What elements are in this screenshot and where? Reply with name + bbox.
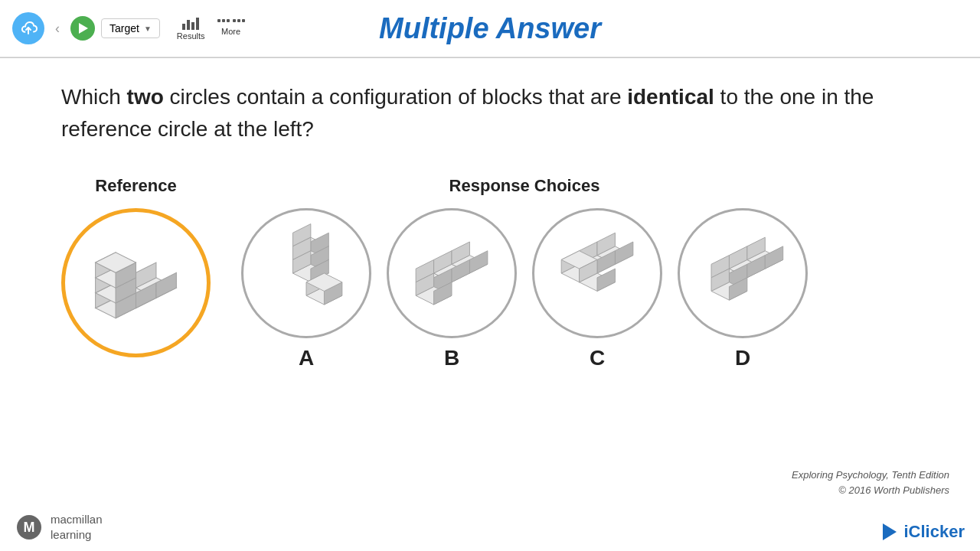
results-more-group: Results More bbox=[172, 15, 250, 42]
iclicker-play-icon bbox=[880, 522, 900, 542]
iclicker-label: iClicker bbox=[904, 522, 965, 542]
results-icon bbox=[182, 16, 199, 30]
toolbar-left: ‹ Target ▼ Results bbox=[12, 12, 250, 44]
reference-label: Reference bbox=[95, 176, 176, 196]
target-label: Target bbox=[109, 22, 139, 34]
question-prefix: Which bbox=[61, 85, 127, 109]
circle-d[interactable] bbox=[678, 208, 808, 338]
question-middle: circles contain a configuration of block… bbox=[164, 85, 627, 109]
blocks-a bbox=[243, 210, 369, 336]
footer: M macmillan learning iClicker bbox=[0, 501, 980, 551]
svg-marker-62 bbox=[765, 246, 782, 269]
macmillan-brand-line2: learning bbox=[51, 527, 103, 543]
citation-line1: Exploring Psychology, Tenth Edition bbox=[792, 468, 949, 483]
more-icon bbox=[217, 16, 245, 25]
question-bold1: two bbox=[127, 85, 164, 109]
choice-b-letter: B bbox=[444, 346, 459, 370]
results-label: Results bbox=[177, 31, 205, 41]
chevron-down-icon: ▼ bbox=[144, 24, 152, 33]
macmillan-icon: M bbox=[15, 514, 43, 541]
circle-b[interactable] bbox=[387, 208, 517, 338]
blocks-c bbox=[534, 210, 660, 336]
iclicker-logo: iClicker bbox=[880, 522, 965, 542]
choice-d[interactable]: D bbox=[678, 208, 808, 370]
svg-text:M: M bbox=[24, 520, 35, 535]
macmillan-text: macmillan learning bbox=[51, 512, 103, 542]
sync-icon[interactable] bbox=[12, 12, 44, 44]
choice-c[interactable]: C bbox=[532, 208, 662, 370]
choice-a-letter: A bbox=[299, 346, 314, 370]
results-button[interactable]: Results bbox=[172, 15, 210, 42]
more-label: More bbox=[221, 27, 240, 36]
reference-circle bbox=[61, 208, 211, 357]
more-button[interactable]: More bbox=[213, 15, 250, 42]
play-button[interactable] bbox=[70, 16, 95, 41]
reference-blocks bbox=[65, 212, 207, 354]
topbar: ‹ Target ▼ Results bbox=[0, 0, 980, 57]
circle-c[interactable] bbox=[532, 208, 662, 338]
blocks-d bbox=[680, 210, 805, 336]
choice-a[interactable]: A bbox=[241, 208, 371, 370]
question-text: Which two circles contain a configuratio… bbox=[61, 81, 919, 145]
circles-container: Reference bbox=[61, 176, 919, 370]
citation-line2: © 2016 Worth Publishers bbox=[792, 483, 949, 498]
macmillan-logo: M macmillan learning bbox=[15, 512, 103, 542]
page-title: Multiple Answer bbox=[379, 12, 601, 45]
choice-d-letter: D bbox=[735, 346, 750, 370]
svg-marker-49 bbox=[615, 242, 632, 264]
response-choices-row: A bbox=[241, 208, 808, 370]
svg-marker-37 bbox=[469, 251, 487, 273]
macmillan-brand-line1: macmillan bbox=[51, 512, 103, 527]
citation: Exploring Psychology, Tenth Edition © 20… bbox=[792, 468, 949, 497]
svg-marker-8 bbox=[156, 272, 176, 298]
question-bold2: identical bbox=[627, 85, 714, 109]
target-dropdown[interactable]: Target ▼ bbox=[101, 18, 160, 38]
choice-b[interactable]: B bbox=[387, 208, 517, 370]
back-arrow[interactable]: ‹ bbox=[51, 18, 64, 40]
main-content: Which two circles contain a configuratio… bbox=[0, 58, 980, 386]
circle-a[interactable] bbox=[241, 208, 371, 338]
blocks-b bbox=[389, 210, 514, 336]
reference-section: Reference bbox=[61, 176, 211, 357]
response-section: Response Choices bbox=[241, 176, 808, 370]
svg-marker-68 bbox=[883, 523, 897, 540]
choice-c-letter: C bbox=[590, 346, 605, 370]
response-label: Response Choices bbox=[449, 176, 600, 196]
